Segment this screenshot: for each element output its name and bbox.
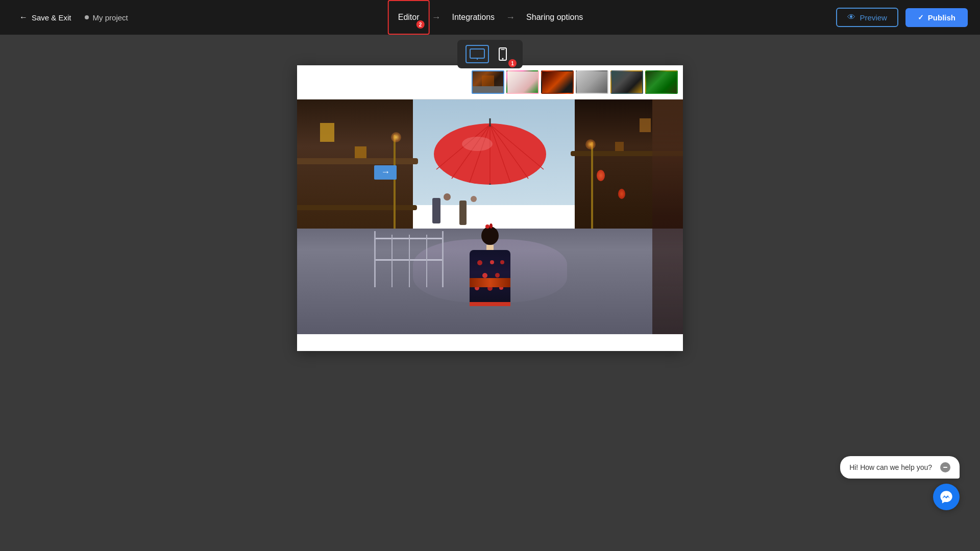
- project-name-label: My project: [93, 13, 128, 22]
- chat-widget: Hi! How can we help you?: [840, 456, 960, 510]
- top-navigation: ← Save & Exit My project Editor 2 → Inte…: [0, 0, 980, 35]
- umbrella-svg: [431, 118, 549, 185]
- preview-button[interactable]: 👁 Preview: [836, 8, 898, 27]
- chat-close-button[interactable]: [940, 462, 950, 472]
- slide-thumb-5[interactable]: [610, 70, 643, 94]
- device-toolbar-badge: 1: [508, 59, 517, 67]
- nav-step-integrations[interactable]: Integrations: [443, 0, 504, 35]
- fence-railing: [374, 217, 444, 287]
- messenger-icon: [939, 490, 953, 504]
- partial-slide-right: [652, 99, 683, 334]
- desktop-icon: [470, 48, 485, 60]
- minus-icon: [943, 465, 948, 470]
- svg-point-16: [462, 137, 493, 151]
- chat-bubble: Hi! How can we help you?: [840, 456, 960, 479]
- save-exit-label: Save & Exit: [32, 13, 71, 22]
- svg-point-4: [502, 58, 504, 60]
- mobile-device-button[interactable]: 1: [491, 45, 514, 63]
- back-arrow-icon: ←: [19, 13, 28, 22]
- device-toolbar: 1: [457, 40, 523, 68]
- pedestrian-bg: [432, 198, 440, 223]
- nav-steps: Editor 2 → Integrations → Sharing option…: [388, 0, 593, 35]
- svg-rect-0: [470, 49, 484, 58]
- publish-label: Publish: [928, 13, 955, 22]
- main-slide-view[interactable]: →: [297, 99, 683, 334]
- arrow-sign: →: [374, 165, 397, 180]
- preview-label: Preview: [860, 13, 887, 22]
- chat-bubble-text: Hi! How can we help you?: [849, 463, 932, 471]
- desktop-device-button[interactable]: [465, 45, 489, 63]
- nav-step-sharing[interactable]: Sharing options: [517, 0, 592, 35]
- slide-thumb-1[interactable]: [472, 70, 504, 94]
- project-name-area: My project: [85, 13, 128, 22]
- publish-check-icon: ✓: [918, 13, 924, 21]
- slide-thumbnails: [297, 65, 683, 99]
- mobile-icon: [499, 47, 507, 61]
- preview-eye-icon: 👁: [847, 13, 855, 22]
- canvas-area: →: [0, 35, 980, 551]
- nav-arrow-2: →: [504, 12, 517, 23]
- save-exit-button[interactable]: ← Save & Exit: [12, 9, 79, 26]
- chat-open-button[interactable]: [933, 484, 960, 510]
- nav-step-editor[interactable]: Editor 2: [388, 0, 430, 35]
- editor-canvas: →: [297, 65, 683, 351]
- nav-arrow-1: →: [430, 12, 443, 23]
- publish-button[interactable]: ✓ Publish: [905, 8, 968, 27]
- main-scene: →: [297, 99, 683, 334]
- slide-thumb-6[interactable]: [645, 70, 678, 94]
- sharing-step-label: Sharing options: [526, 13, 583, 22]
- slide-thumb-4[interactable]: [576, 70, 608, 94]
- slide-thumb-3[interactable]: [541, 70, 574, 94]
- geisha-figure: [459, 227, 521, 306]
- project-dot: [85, 15, 89, 19]
- editor-step-badge: 2: [416, 20, 425, 29]
- editor-step-label: Editor: [398, 13, 420, 22]
- integrations-step-label: Integrations: [452, 13, 495, 22]
- slide-thumb-2[interactable]: [506, 70, 539, 94]
- nav-right-actions: 👁 Preview ✓ Publish: [836, 8, 968, 27]
